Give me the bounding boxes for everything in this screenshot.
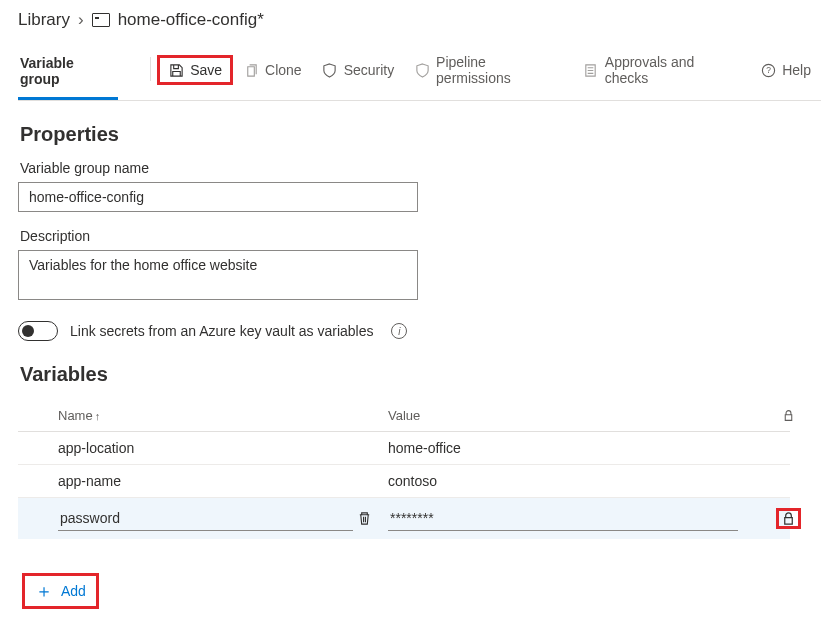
table-row[interactable]: app-location home-office: [18, 432, 790, 465]
variable-value: home-office: [388, 440, 461, 456]
breadcrumb-separator: ›: [78, 10, 84, 30]
save-button[interactable]: Save: [157, 55, 233, 85]
add-label: Add: [61, 583, 86, 599]
link-secrets-label: Link secrets from an Azure key vault as …: [70, 323, 373, 339]
variable-name-input[interactable]: [58, 506, 353, 531]
shield-icon: [322, 62, 338, 78]
column-header-lock: [768, 409, 808, 422]
add-variable-button[interactable]: ＋ Add: [22, 573, 99, 609]
security-label: Security: [344, 62, 395, 78]
variables-heading: Variables: [20, 363, 821, 386]
breadcrumb: Library › home-office-config*: [18, 10, 821, 30]
variable-group-name-input[interactable]: [18, 182, 418, 212]
save-icon: [168, 62, 184, 78]
checklist-icon: [583, 62, 599, 78]
trash-icon: [357, 511, 372, 526]
save-label: Save: [190, 62, 222, 78]
help-icon: ?: [760, 62, 776, 78]
table-row[interactable]: app-name contoso: [18, 465, 790, 498]
clone-icon: [243, 62, 259, 78]
breadcrumb-current: home-office-config*: [118, 10, 264, 30]
svg-text:?: ?: [766, 65, 771, 75]
variable-value: contoso: [388, 473, 437, 489]
help-button[interactable]: ? Help: [750, 54, 821, 86]
link-secrets-toggle[interactable]: [18, 321, 58, 341]
tab-variable-group[interactable]: Variable group: [18, 47, 118, 100]
approvals-button[interactable]: Approvals and checks: [573, 46, 750, 94]
variable-name: app-name: [58, 473, 121, 489]
plus-icon: ＋: [35, 582, 53, 600]
approvals-label: Approvals and checks: [605, 54, 740, 86]
sort-ascending-icon: ↑: [95, 410, 101, 422]
clone-button[interactable]: Clone: [233, 54, 312, 86]
toolbar-divider: [150, 57, 151, 81]
pipeline-permissions-label: Pipeline permissions: [436, 54, 563, 86]
properties-heading: Properties: [20, 123, 821, 146]
column-header-name[interactable]: Name↑: [58, 408, 388, 423]
help-label: Help: [782, 62, 811, 78]
lock-icon: [781, 511, 796, 526]
clone-label: Clone: [265, 62, 302, 78]
delete-variable-button[interactable]: [357, 511, 388, 526]
table-row[interactable]: [18, 498, 790, 539]
breadcrumb-root[interactable]: Library: [18, 10, 70, 30]
shield-outline-icon: [414, 62, 430, 78]
variables-table: Name↑ Value app-location home-office app…: [18, 400, 790, 539]
security-button[interactable]: Security: [312, 54, 405, 86]
column-header-value[interactable]: Value: [388, 408, 768, 423]
description-label: Description: [20, 228, 821, 244]
variable-value-input[interactable]: [388, 506, 738, 531]
variables-table-header: Name↑ Value: [18, 400, 790, 432]
variable-group-name-label: Variable group name: [20, 160, 821, 176]
toggle-secret-button[interactable]: [776, 508, 801, 529]
info-icon[interactable]: i: [391, 323, 407, 339]
pipeline-permissions-button[interactable]: Pipeline permissions: [404, 46, 573, 94]
variable-group-icon: [92, 13, 110, 27]
toolbar: Variable group Save Clone Security Pipel: [18, 46, 821, 101]
description-input[interactable]: [18, 250, 418, 300]
variable-name: app-location: [58, 440, 134, 456]
